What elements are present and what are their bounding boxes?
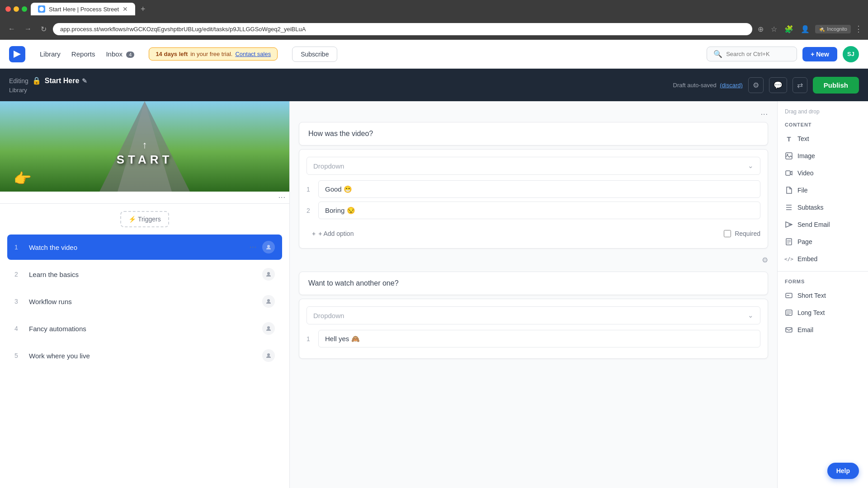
task-item[interactable]: 1 Watch the video ···: [7, 235, 282, 260]
sidebar-item-text[interactable]: T Text: [778, 130, 868, 147]
dropdown-widget-1: Dropdown ⌄ 1 2: [299, 149, 768, 249]
bookmark-icon[interactable]: ☆: [769, 23, 779, 35]
minimize-btn[interactable]: [14, 6, 19, 12]
maximize-btn[interactable]: [22, 6, 27, 12]
settings-icon-btn[interactable]: ⚙: [748, 77, 764, 93]
option-input-2[interactable]: [318, 202, 760, 219]
option-input-3[interactable]: [318, 330, 760, 347]
sidebar-item-subtasks[interactable]: Subtasks: [778, 199, 868, 216]
svg-rect-24: [786, 328, 792, 332]
sub-header-actions: Draft auto-saved (discard) ⚙ 💬 ⇄ Publish: [673, 77, 859, 94]
subscribe-button[interactable]: Subscribe: [292, 47, 337, 62]
sidebar-item-video[interactable]: Video: [778, 164, 868, 182]
search-input[interactable]: [726, 51, 789, 57]
task-name: Workflow runs: [29, 298, 257, 305]
logo-svg: [9, 46, 25, 62]
task-item[interactable]: 2 Learn the basics: [7, 262, 282, 287]
tab-title: Start Here | Process Street: [49, 6, 119, 13]
url-text: app.process.st/workflows/rwGCKOzqEgvshpt…: [60, 26, 306, 33]
task-name: Learn the basics: [29, 271, 257, 278]
triggers-section: ⚡ Triggers: [0, 204, 289, 235]
cast-icon[interactable]: ⊕: [756, 23, 765, 35]
help-button[interactable]: Help: [827, 463, 859, 479]
search-box[interactable]: 🔍: [707, 47, 797, 61]
browser-chrome: Start Here | Process Street ✕ + ← → ↻ ap…: [0, 0, 868, 40]
required-section: Required: [724, 230, 760, 237]
browser-menu-btn[interactable]: ⋮: [854, 24, 863, 34]
contact-sales-link[interactable]: Contact sales: [235, 51, 271, 57]
editing-label: Editing: [9, 77, 28, 84]
new-button[interactable]: + New: [802, 47, 837, 61]
chevron-down-icon: ⌄: [748, 162, 754, 170]
subtasks-icon: [785, 203, 793, 211]
option-input-1[interactable]: [318, 180, 760, 198]
main-content: START ↑ 👉 ··· ⚡ Triggers 1 Watch the vid…: [0, 101, 868, 488]
workflow-name: Start Here ✎: [45, 77, 87, 85]
shuffle-icon-btn[interactable]: ⇄: [793, 77, 807, 93]
task-item[interactable]: 4 Fancy automations: [7, 316, 282, 341]
tab-close-btn[interactable]: ✕: [123, 5, 128, 13]
task-avatar: [262, 322, 275, 335]
logo[interactable]: [9, 46, 25, 62]
long-text-icon: [785, 309, 793, 317]
left-panel: START ↑ 👉 ··· ⚡ Triggers 1 Watch the vid…: [0, 101, 289, 488]
editing-info: Editing 🔒 Start Here ✎: [9, 76, 87, 85]
sidebar-item-long-text[interactable]: Long Text: [778, 304, 868, 321]
option-number: 1: [307, 186, 314, 193]
comment-icon-btn[interactable]: 💬: [769, 77, 787, 93]
dropdown-toggle-2[interactable]: Dropdown ⌄: [307, 306, 760, 324]
avatar[interactable]: SJ: [843, 46, 859, 62]
nav-inbox[interactable]: Inbox 4: [106, 48, 134, 60]
nav-library[interactable]: Library: [40, 48, 61, 60]
incognito-badge: 🕵 Incognito: [815, 25, 851, 33]
sidebar-item-embed[interactable]: </> Embed: [778, 250, 868, 267]
sidebar-item-image[interactable]: Image: [778, 147, 868, 164]
nav-reports[interactable]: Reports: [71, 48, 95, 60]
text-icon: T: [785, 135, 793, 143]
task-list: 1 Watch the video ··· 2 Learn the basics…: [0, 235, 289, 368]
option-row: 1: [307, 330, 760, 347]
address-bar[interactable]: app.process.st/workflows/rwGCKOzqEgvshpt…: [53, 23, 752, 35]
task-item[interactable]: 5 Work where you live: [7, 343, 282, 368]
center-menu-btn[interactable]: ···: [761, 110, 768, 118]
edit-workflow-icon[interactable]: ✎: [82, 77, 87, 84]
browser-tab[interactable]: Start Here | Process Street ✕: [31, 3, 135, 15]
required-checkbox[interactable]: [724, 230, 731, 237]
sidebar-item-file[interactable]: File: [778, 182, 868, 199]
new-tab-btn[interactable]: +: [141, 5, 146, 14]
dropdown-toggle-1[interactable]: Dropdown ⌄: [307, 157, 760, 175]
browser-nav: ← → ↻ app.process.st/workflows/rwGCKOzqE…: [0, 18, 868, 40]
sidebar-item-short-text[interactable]: Short Text: [778, 287, 868, 304]
add-option-button[interactable]: + + Add option: [307, 226, 359, 241]
back-btn[interactable]: ←: [5, 23, 18, 35]
task-name: Work where you live: [29, 352, 257, 360]
discard-link[interactable]: (discard): [720, 82, 743, 89]
refresh-btn[interactable]: ↻: [38, 23, 49, 35]
close-btn[interactable]: [5, 6, 11, 12]
sidebar-item-page[interactable]: Page: [778, 233, 868, 250]
gear-float-icon[interactable]: ⚙: [762, 256, 768, 264]
video-icon: [785, 169, 793, 177]
publish-button[interactable]: Publish: [813, 77, 859, 94]
svg-point-5: [267, 326, 270, 329]
option-wrapper-2: 1: [307, 330, 760, 347]
hero-menu-btn[interactable]: ···: [278, 193, 286, 202]
profile-icon[interactable]: 👤: [799, 23, 811, 35]
triggers-button[interactable]: ⚡ Triggers: [120, 211, 169, 227]
form1-title: How was the video?: [299, 122, 768, 145]
option-number: 2: [307, 207, 314, 214]
sidebar-item-email[interactable]: Email: [778, 321, 868, 338]
task-menu-btn[interactable]: ···: [250, 243, 257, 251]
task-avatar: [262, 349, 275, 362]
task-avatar: [262, 295, 275, 308]
breadcrumb: Editing 🔒 Start Here ✎ Library: [9, 76, 87, 94]
email-icon: [785, 326, 793, 334]
extensions-icon[interactable]: 🧩: [783, 23, 795, 35]
option-number: 1: [307, 335, 314, 343]
forward-btn[interactable]: →: [22, 23, 34, 35]
task-item[interactable]: 3 Workflow runs: [7, 289, 282, 314]
chevron-down-icon-2: ⌄: [748, 311, 754, 319]
sidebar-item-send-email[interactable]: Send Email: [778, 216, 868, 233]
content-section-header: CONTENT: [778, 118, 868, 130]
dropdown-widget-2: Dropdown ⌄ 1: [299, 299, 768, 359]
